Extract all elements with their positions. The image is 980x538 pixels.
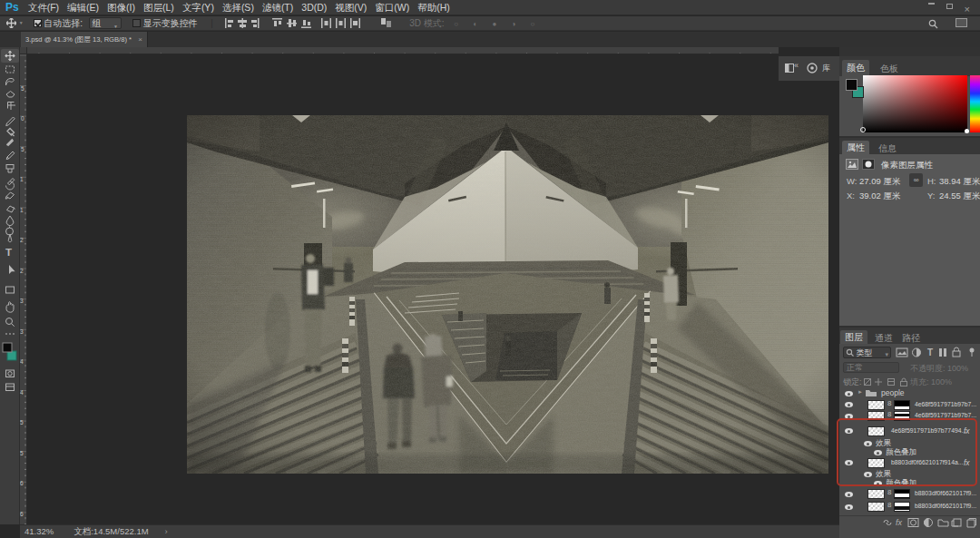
svg-text:6: 6	[20, 480, 24, 486]
svg-text:1: 1	[20, 176, 24, 182]
svg-text:3: 3	[20, 298, 24, 304]
svg-text:fx: fx	[896, 518, 903, 527]
svg-text:4: 4	[20, 358, 24, 365]
svg-text:1: 1	[20, 207, 24, 213]
svg-text:5: 5	[20, 450, 24, 456]
svg-text:4: 4	[20, 389, 24, 396]
svg-text:5: 5	[21, 85, 24, 92]
svg-text:2: 2	[20, 237, 24, 243]
svg-text:0: 0	[21, 115, 24, 122]
svg-text:5: 5	[20, 419, 24, 426]
svg-text:T: T	[5, 247, 12, 258]
svg-text:5: 5	[21, 146, 24, 152]
svg-text:2: 2	[20, 268, 24, 274]
svg-text:T: T	[927, 347, 933, 357]
svg-text:3: 3	[20, 328, 24, 335]
svg-text:6: 6	[20, 511, 24, 517]
